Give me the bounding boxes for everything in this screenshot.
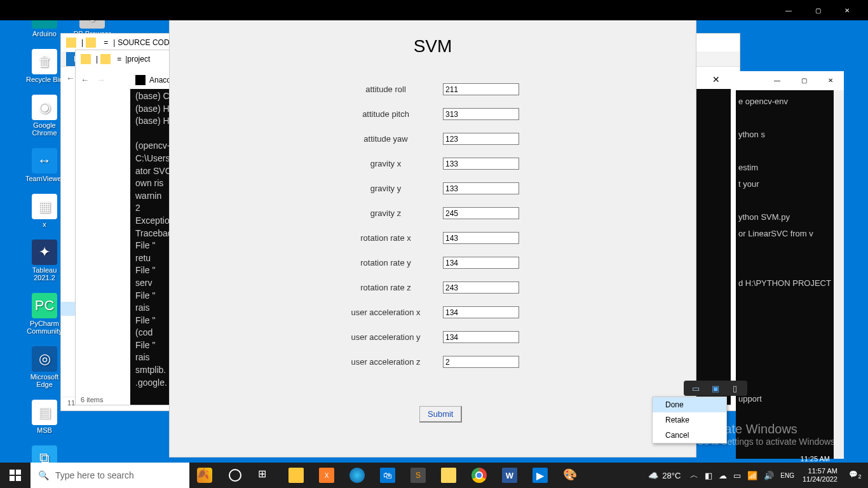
cmd2-scrollbar[interactable] <box>834 90 844 459</box>
snip-icon-2[interactable]: ▣ <box>710 383 721 394</box>
notification-button[interactable]: 💬2 <box>843 470 868 480</box>
desktop-icon-x[interactable]: ▦x <box>25 194 64 228</box>
field-input-gravity-x[interactable] <box>443 158 519 170</box>
system-tray: ☁️ 28°C ︿ ◧ ☁ ▭ 📶 🔊 ENG 11:57 AM 11/24/2… <box>642 463 868 488</box>
form-row-user-acceleration-z: user acceleration z <box>329 356 519 368</box>
field-label: user acceleration y <box>329 332 443 342</box>
field-input-rotation-rate-x[interactable] <box>443 232 519 244</box>
taskbar-clock[interactable]: 11:57 AM 11/24/2022 <box>797 467 843 484</box>
taskbar-widgets[interactable]: 🍂 <box>189 463 220 488</box>
snipping-toolbar: ▭ ▣ ▯ <box>684 381 747 396</box>
explorer2-status: 6 items <box>81 396 103 403</box>
field-input-rotation-rate-y[interactable] <box>443 257 519 269</box>
cmd2-minimize[interactable]: — <box>764 71 790 90</box>
field-label: attitude yaw <box>329 134 443 144</box>
field-input-attitude-roll[interactable] <box>443 83 519 95</box>
field-label: gravity x <box>329 159 443 168</box>
snip-icon-1[interactable]: ▭ <box>690 383 702 394</box>
cmd-close-button[interactable]: ✕ <box>702 71 731 89</box>
taskbar-movies[interactable]: ▶ <box>525 463 555 488</box>
taskbar-store[interactable]: 🛍 <box>372 463 403 488</box>
icon-label: Recycle Bin <box>25 76 64 83</box>
snip-menu-retake[interactable]: Retake <box>653 412 726 428</box>
taskbar-chrome[interactable] <box>464 463 494 488</box>
terminal-line <box>738 374 841 391</box>
app-icon: ✦ <box>32 240 57 265</box>
field-label: user acceleration z <box>329 357 443 367</box>
nav-back-button[interactable]: ← <box>81 75 89 85</box>
folder-icon <box>81 54 91 64</box>
taskbar-paint[interactable]: 🎨 <box>555 463 586 488</box>
terminal-line: e opencv-env <box>738 93 841 110</box>
tray-chevron-up-icon[interactable]: ︿ <box>687 470 702 481</box>
tray-wifi-icon[interactable]: 📶 <box>744 471 761 480</box>
app-icon: ▦ <box>32 194 57 219</box>
background-black-bar <box>0 0 868 20</box>
field-input-gravity-z[interactable] <box>443 207 519 219</box>
clock-time: 11:57 AM <box>803 467 837 475</box>
field-input-gravity-y[interactable] <box>443 182 519 194</box>
app-icon: ◎ <box>32 346 57 372</box>
snip-menu-cancel[interactable]: Cancel <box>653 428 726 443</box>
tray-language-icon[interactable]: ENG <box>777 472 797 479</box>
field-input-attitude-pitch[interactable] <box>443 108 519 120</box>
terminal-line <box>738 325 841 341</box>
taskbar-sticky-notes[interactable] <box>281 463 311 488</box>
start-button[interactable] <box>0 463 31 488</box>
snip-icon-3[interactable]: ▯ <box>729 383 741 394</box>
tray-onedrive-icon[interactable]: ☁ <box>715 471 730 480</box>
bg-maximize-button[interactable]: ▢ <box>803 0 832 20</box>
taskbar-xampp[interactable]: X <box>311 463 342 488</box>
desktop-icon-microsoft-edge[interactable]: ◎Microsoft Edge <box>25 346 64 388</box>
desktop-icon-recycle-bin[interactable]: 🗑Recycle Bin <box>25 49 64 83</box>
field-input-user-acceleration-x[interactable] <box>443 306 519 318</box>
taskbar-search[interactable]: 🔍 Type here to search <box>31 463 189 488</box>
icon-label: x <box>25 220 64 228</box>
icon-label: Tableau 2021.2 <box>25 266 64 281</box>
taskbar-edge[interactable] <box>342 463 372 488</box>
tray-app-icon[interactable]: ◧ <box>702 471 715 480</box>
form-row-user-acceleration-x: user acceleration x <box>329 306 519 318</box>
bg-close-button[interactable]: ✕ <box>832 0 862 20</box>
tray-meet-icon[interactable]: ▭ <box>730 471 744 480</box>
submit-button[interactable]: Submit <box>419 406 462 423</box>
desktop-icon-google-chrome[interactable]: ◉Google Chrome <box>25 95 64 137</box>
field-input-rotation-rate-z[interactable] <box>443 281 519 294</box>
field-input-user-acceleration-y[interactable] <box>443 331 519 343</box>
field-label: rotation rate x <box>329 233 443 243</box>
cmd2-titlebar[interactable]: — ▢ ✕ <box>736 71 844 90</box>
terminal-window-right: — ▢ ✕ e opencv-env ython s estimt your y… <box>736 71 844 459</box>
field-label: gravity y <box>329 184 443 193</box>
notification-badge: 2 <box>858 474 861 480</box>
form-row-user-acceleration-y: user acceleration y <box>329 331 519 343</box>
terminal-line: ython SVM.py <box>738 209 841 226</box>
taskbar-task-view[interactable]: ⊞ <box>250 463 281 488</box>
desktop-icon-tableau-2021-2[interactable]: ✦Tableau 2021.2 <box>25 240 64 281</box>
form-row-attitude-yaw: attitude yaw <box>329 133 519 145</box>
field-input-user-acceleration-z[interactable] <box>443 356 519 368</box>
desktop-icon-pycharm-community[interactable]: PCPyCharm Community <box>25 293 64 335</box>
cmd2-close[interactable]: ✕ <box>817 71 844 90</box>
taskbar-word[interactable]: W <box>494 463 525 488</box>
cmd2-maximize[interactable]: ▢ <box>790 71 817 90</box>
desktop-icon-msb[interactable]: ▤MSB <box>25 400 64 434</box>
taskbar-sublime[interactable]: S <box>403 463 433 488</box>
app-icon: PC <box>32 293 57 318</box>
weather-widget[interactable]: ☁️ 28°C <box>642 471 687 480</box>
taskbar: 🔍 Type here to search 🍂 ⊞ X 🛍 S W ▶ 🎨 ☁️… <box>0 463 868 488</box>
desktop-icon-teamviewer[interactable]: ↔TeamViewer <box>25 148 64 182</box>
tray-volume-icon[interactable]: 🔊 <box>761 471 777 480</box>
icon-label: TeamViewer <box>25 175 64 182</box>
app-icon: ↔ <box>32 148 57 173</box>
bg-minimize-button[interactable]: — <box>774 0 803 20</box>
app-icon: ▤ <box>32 400 57 425</box>
field-input-attitude-yaw[interactable] <box>443 133 519 145</box>
nav-back-button[interactable]: ← <box>66 73 75 83</box>
weather-icon: ☁️ <box>648 471 658 480</box>
taskbar-explorer[interactable] <box>433 463 464 488</box>
nav-forward-button[interactable]: → <box>97 75 105 85</box>
snip-menu-done[interactable]: Done <box>653 397 726 412</box>
explorer2-titlebar[interactable]: | =| project <box>76 50 176 68</box>
folder-icon <box>86 37 96 48</box>
taskbar-cortana[interactable] <box>220 463 250 488</box>
